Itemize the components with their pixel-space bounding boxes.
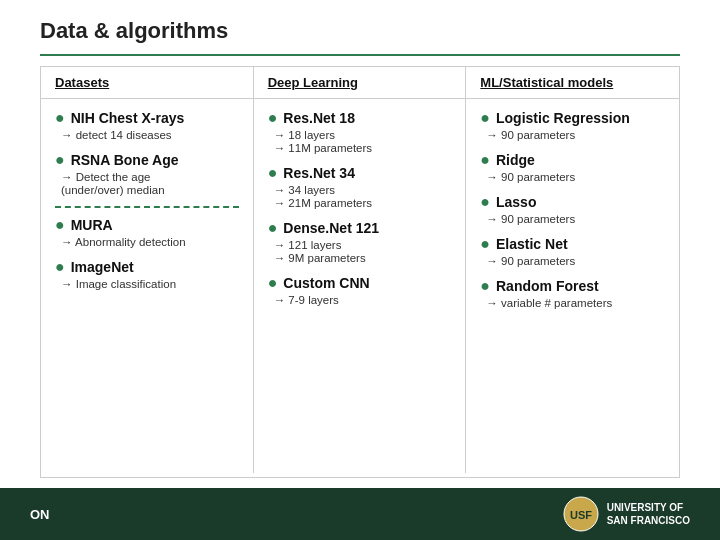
item-title-ridge: ● Ridge bbox=[480, 151, 665, 169]
header: Data & algorithms bbox=[0, 0, 720, 54]
sub-rf-1: → variable # parameters bbox=[486, 297, 665, 309]
sub-densenet-1: → 121 layers bbox=[274, 239, 452, 251]
bottom-bar: ON USF UNIVERSITY OF SAN FRANCISCO bbox=[0, 488, 720, 540]
usf-text: UNIVERSITY OF SAN FRANCISCO bbox=[607, 501, 690, 527]
sub-resnet18-1: → 18 layers bbox=[274, 129, 452, 141]
usf-logo: USF UNIVERSITY OF SAN FRANCISCO bbox=[563, 496, 690, 532]
sub-resnet34-2: → 21M parameters bbox=[274, 197, 452, 209]
sub-imagenet-1: → Image classification bbox=[61, 278, 239, 290]
sub-densenet-2: → 9M parameters bbox=[274, 252, 452, 264]
page: Data & algorithms Datasets Deep Learning… bbox=[0, 0, 720, 540]
item-resnet34: ● Res.Net 34 → 34 layers → 21M parameter… bbox=[268, 164, 452, 209]
item-title-resnet34: ● Res.Net 34 bbox=[268, 164, 452, 182]
item-title-nih: ● NIH Chest X-rays bbox=[55, 109, 239, 127]
item-mura: ● MURA → Abnormality detection bbox=[55, 216, 239, 248]
bullet-nih: ● bbox=[55, 109, 65, 127]
bullet-ridge: ● bbox=[480, 151, 490, 169]
svg-text:USF: USF bbox=[570, 509, 592, 521]
bullet-mura: ● bbox=[55, 216, 65, 234]
header-divider bbox=[40, 54, 680, 56]
item-title-mura: ● MURA bbox=[55, 216, 239, 234]
col-header-ml-models: ML/Statistical models bbox=[466, 67, 679, 98]
item-title-logistic: ● Logistic Regression bbox=[480, 109, 665, 127]
bullet-elastic: ● bbox=[480, 235, 490, 253]
bullet-rsna: ● bbox=[55, 151, 65, 169]
item-lasso: ● Lasso → 90 parameters bbox=[480, 193, 665, 225]
sub-custom-cnn-1: → 7-9 layers bbox=[274, 294, 452, 306]
bullet-lasso: ● bbox=[480, 193, 490, 211]
col-ml-models: ● Logistic Regression → 90 parameters ● … bbox=[466, 99, 679, 473]
sub-rsna-1: → Detect the age bbox=[61, 171, 239, 183]
item-title-lasso: ● Lasso bbox=[480, 193, 665, 211]
item-title-random-forest: ● Random Forest bbox=[480, 277, 665, 295]
item-title-imagenet: ● ImageNet bbox=[55, 258, 239, 276]
table-body: ● NIH Chest X-rays → detect 14 diseases … bbox=[41, 99, 679, 473]
col-datasets: ● NIH Chest X-rays → detect 14 diseases … bbox=[41, 99, 254, 473]
item-title-densenet: ● Dense.Net 121 bbox=[268, 219, 452, 237]
dashed-divider bbox=[55, 206, 239, 208]
main-table: Datasets Deep Learning ML/Statistical mo… bbox=[40, 66, 680, 478]
page-title: Data & algorithms bbox=[40, 18, 680, 44]
item-densenet: ● Dense.Net 121 → 121 layers → 9M parame… bbox=[268, 219, 452, 264]
item-title-custom-cnn: ● Custom CNN bbox=[268, 274, 452, 292]
col-header-deep-learning: Deep Learning bbox=[254, 67, 467, 98]
usf-emblem-icon: USF bbox=[563, 496, 599, 532]
item-title-rsna: ● RSNA Bone Age bbox=[55, 151, 239, 169]
bullet-resnet18: ● bbox=[268, 109, 278, 127]
item-random-forest: ● Random Forest → variable # parameters bbox=[480, 277, 665, 309]
sub-rsna-2: (under/over) median bbox=[61, 184, 239, 196]
sub-resnet34-1: → 34 layers bbox=[274, 184, 452, 196]
item-nih: ● NIH Chest X-rays → detect 14 diseases bbox=[55, 109, 239, 141]
table-header: Datasets Deep Learning ML/Statistical mo… bbox=[41, 67, 679, 99]
sub-mura-1: → Abnormality detection bbox=[61, 236, 239, 248]
item-resnet18: ● Res.Net 18 → 18 layers → 11M parameter… bbox=[268, 109, 452, 154]
bullet-densenet: ● bbox=[268, 219, 278, 237]
col-deep-learning: ● Res.Net 18 → 18 layers → 11M parameter… bbox=[254, 99, 467, 473]
bullet-random-forest: ● bbox=[480, 277, 490, 295]
item-title-elastic: ● Elastic Net bbox=[480, 235, 665, 253]
item-ridge: ● Ridge → 90 parameters bbox=[480, 151, 665, 183]
sub-logistic-1: → 90 parameters bbox=[486, 129, 665, 141]
item-elastic: ● Elastic Net → 90 parameters bbox=[480, 235, 665, 267]
item-custom-cnn: ● Custom CNN → 7-9 layers bbox=[268, 274, 452, 306]
bullet-custom-cnn: ● bbox=[268, 274, 278, 292]
bullet-imagenet: ● bbox=[55, 258, 65, 276]
sub-elastic-1: → 90 parameters bbox=[486, 255, 665, 267]
bullet-resnet34: ● bbox=[268, 164, 278, 182]
sub-resnet18-2: → 11M parameters bbox=[274, 142, 452, 154]
col-header-datasets: Datasets bbox=[41, 67, 254, 98]
sub-lasso-1: → 90 parameters bbox=[486, 213, 665, 225]
bottom-text: ON bbox=[30, 507, 50, 522]
bullet-logistic: ● bbox=[480, 109, 490, 127]
item-imagenet: ● ImageNet → Image classification bbox=[55, 258, 239, 290]
sub-nih-1: → detect 14 diseases bbox=[61, 129, 239, 141]
item-title-resnet18: ● Res.Net 18 bbox=[268, 109, 452, 127]
item-rsna: ● RSNA Bone Age → Detect the age (under/… bbox=[55, 151, 239, 196]
item-logistic: ● Logistic Regression → 90 parameters bbox=[480, 109, 665, 141]
sub-ridge-1: → 90 parameters bbox=[486, 171, 665, 183]
